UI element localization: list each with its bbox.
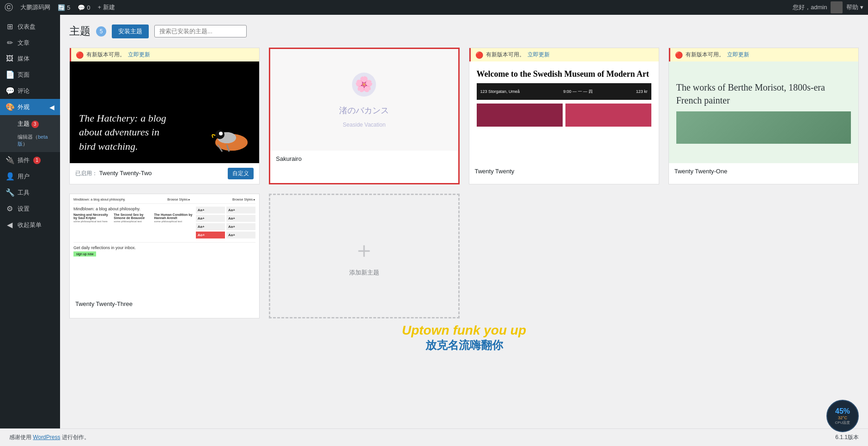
sidebar-collapse-icon: ◀ (49, 104, 55, 111)
music-line1: Uptown funk you up (69, 323, 859, 338)
theme-footer: Twenty Twenty-One (669, 163, 858, 179)
appearance-submenu: 主题 3 编辑器（beta版） (0, 115, 60, 152)
comments-nav-icon: 💬 (6, 86, 14, 95)
update-link[interactable]: 立即更新 (128, 51, 150, 59)
posts-icon: ✏ (6, 38, 14, 47)
theme-name: Twenty Twenty-Three (75, 300, 133, 307)
page-header: 主题 5 安装主题 (69, 24, 859, 38)
bird-illustration (204, 117, 255, 154)
theme-card-twentytwentythree[interactable]: Mindblown: a blog about philosophy. Brow… (69, 194, 260, 318)
cpu-widget: 45% 32°C CPU温度 (826, 400, 859, 432)
theme-preview: The works of Berthe Morisot, 1800s-era F… (669, 61, 858, 163)
sidebar-item-label: 媒体 (18, 55, 30, 63)
theme-card-twentytwentyone[interactable]: 🔴 有新版本可用。 立即更新 The works of Berthe Moris… (668, 48, 859, 184)
tools-icon: 🔧 (6, 188, 14, 197)
wordpress-link[interactable]: WordPress (33, 434, 60, 440)
sidebar-item-label: 仪表盘 (18, 23, 36, 31)
cpu-temp: 32°C (838, 415, 847, 420)
sidebar-item-posts[interactable]: ✏ 文章 (0, 35, 60, 51)
theme-preview-nav: 123 Storgatan, Umeå 9:00 — 一 — 四 123 kr (477, 83, 651, 100)
collapse-icon: ◀ (6, 220, 14, 229)
theme-name: Twenty Twenty (475, 168, 515, 175)
theme-preview: The Hatchery: a blogabout adventures inb… (70, 61, 259, 163)
themes-count-badge: 5 (96, 26, 106, 37)
update-notice: 🔴 有新版本可用。 立即更新 (70, 48, 259, 61)
theme-preview-text: The works of Berthe Morisot, 1800s-era F… (676, 81, 851, 107)
help-button[interactable]: 帮助 ▾ (846, 3, 863, 12)
update-text: 有新版本可用。 (686, 51, 724, 59)
sidebar-item-dashboard[interactable]: ⊞ 仪表盘 (0, 18, 60, 35)
main-content: 主题 5 安装主题 🔴 有新版本可用。 立即更新 The Hatchery: a… (60, 15, 868, 428)
admin-bar: ⓒ 大鹏源码网 🔄 5 💬 0 + 新建 您好，admin 帮助 ▾ (0, 0, 868, 15)
update-link[interactable]: 立即更新 (528, 51, 550, 59)
sidebar-item-label: 收起菜单 (18, 221, 42, 229)
sidebar-item-tools[interactable]: 🔧 工具 (0, 184, 60, 201)
music-line2: 放克名流嗨翻你 (69, 338, 859, 353)
plugins-icon: 🔌 (6, 156, 14, 165)
sidebar-item-label: 页面 (18, 71, 30, 79)
footer-suffix: 进行创作。 (62, 434, 90, 440)
theme-preview: Welcome to the Swedish Museum of Modern … (469, 61, 659, 163)
sakura-logo-icon: 🌸 (350, 72, 378, 99)
theme-preview: Mindblown: a blog about philosophy. Brow… (70, 194, 259, 296)
sakura-japanese-text: 渚のバカンス (339, 105, 389, 116)
wp-logo-icon[interactable]: ⓒ (5, 2, 13, 13)
appearance-icon: 🎨 (6, 103, 14, 111)
site-name[interactable]: 大鹏源码网 (20, 3, 50, 12)
themes-grid: 🔴 有新版本可用。 立即更新 The Hatchery: a blogabout… (69, 48, 859, 318)
theme-preview-bottom: Get daily reflections in your inbox. sig… (73, 242, 255, 257)
theme-footer: Twenty Twenty-Three (70, 296, 259, 312)
theme-card-twentytwenty[interactable]: 🔴 有新版本可用。 立即更新 Welcome to the Swedish Mu… (469, 48, 659, 184)
sidebar-item-themes[interactable]: 主题 3 (0, 117, 60, 131)
svg-text:🌸: 🌸 (355, 75, 373, 93)
update-text: 有新版本可用。 (486, 51, 525, 59)
sidebar-item-editor[interactable]: 编辑器（beta版） (0, 131, 60, 150)
media-icon: 🖼 (6, 55, 14, 63)
svg-point-5 (219, 132, 223, 135)
sidebar-item-label: 设置 (18, 205, 30, 213)
page-title: 主题 (69, 24, 91, 38)
active-label: 已启用： (75, 170, 97, 177)
cpu-percent: 45% (835, 407, 850, 415)
avatar[interactable] (831, 1, 843, 13)
sidebar: ⊞ 仪表盘 ✏ 文章 🖼 媒体 📄 页面 💬 评论 🎨 外观 ◀ 主题 3 (0, 15, 60, 428)
sidebar-item-label: 外观 (18, 103, 30, 111)
users-icon: 👤 (6, 172, 14, 181)
search-input[interactable] (154, 25, 247, 37)
sidebar-item-plugins[interactable]: 🔌 插件 1 (0, 152, 60, 168)
sidebar-item-appearance[interactable]: 🎨 外观 ◀ (0, 99, 60, 115)
theme-preview-image (676, 111, 851, 144)
greeting-text: 您好，admin (793, 3, 827, 12)
new-content-button[interactable]: + 新建 (97, 3, 115, 12)
sidebar-item-pages[interactable]: 📄 页面 (0, 67, 60, 83)
theme-name: Twenty Twenty-Two (99, 170, 152, 177)
sidebar-item-media[interactable]: 🖼 媒体 (0, 51, 60, 67)
music-banner: Uptown funk you up 放克名流嗨翻你 (69, 318, 859, 353)
theme-card-twentytwentytwo[interactable]: 🔴 有新版本可用。 立即更新 The Hatchery: a blogabout… (69, 48, 260, 184)
update-link[interactable]: 立即更新 (727, 51, 749, 59)
theme-footer: Twenty Twenty (469, 163, 659, 179)
sidebar-item-users[interactable]: 👤 用户 (0, 168, 60, 184)
pages-icon: 📄 (6, 70, 14, 79)
add-theme-card[interactable]: ＋ 添加新主题 (269, 194, 459, 318)
version-text: 6.1.1版本 (835, 434, 859, 441)
update-text: 有新版本可用。 (86, 51, 125, 59)
install-theme-button[interactable]: 安装主题 (112, 24, 149, 38)
theme-card-sakurairo[interactable]: 🌸 渚のバカンス Seaside Vacation Sakurairo (269, 48, 459, 184)
theme-preview: 🌸 渚のバカンス Seaside Vacation (270, 49, 458, 151)
sidebar-item-label: 评论 (18, 87, 30, 95)
customize-button[interactable]: 自定义 (228, 168, 254, 179)
updates-icon[interactable]: 🔄 5 (58, 4, 70, 11)
sidebar-item-label: 插件 (18, 156, 30, 165)
sidebar-item-label: 文章 (18, 39, 30, 47)
dashboard-icon: ⊞ (6, 22, 14, 31)
sidebar-item-collapse[interactable]: ◀ 收起菜单 (0, 217, 60, 233)
settings-icon: ⚙ (6, 204, 14, 213)
cpu-label: CPU温度 (835, 420, 850, 425)
theme-preview-bars (477, 104, 651, 127)
update-icon: 🔴 (76, 51, 84, 59)
sidebar-item-comments[interactable]: 💬 评论 (0, 83, 60, 99)
comments-icon[interactable]: 💬 0 (78, 4, 90, 11)
update-notice: 🔴 有新版本可用。 立即更新 (669, 48, 858, 61)
sidebar-item-settings[interactable]: ⚙ 设置 (0, 201, 60, 217)
